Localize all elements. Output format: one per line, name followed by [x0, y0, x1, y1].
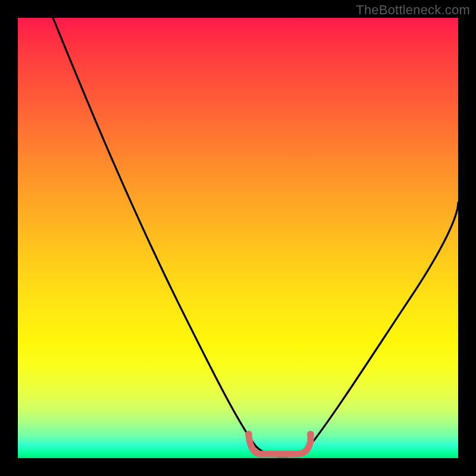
optimal-start-dot — [245, 431, 252, 438]
watermark-text: TheBottleneck.com — [356, 2, 470, 18]
chart-frame: TheBottleneck.com — [0, 0, 476, 476]
optimal-segment — [249, 434, 311, 454]
plot-area — [18, 18, 458, 458]
curve-layer — [18, 18, 458, 458]
optimal-end-dot — [307, 431, 314, 438]
bottleneck-curve — [53, 18, 458, 456]
